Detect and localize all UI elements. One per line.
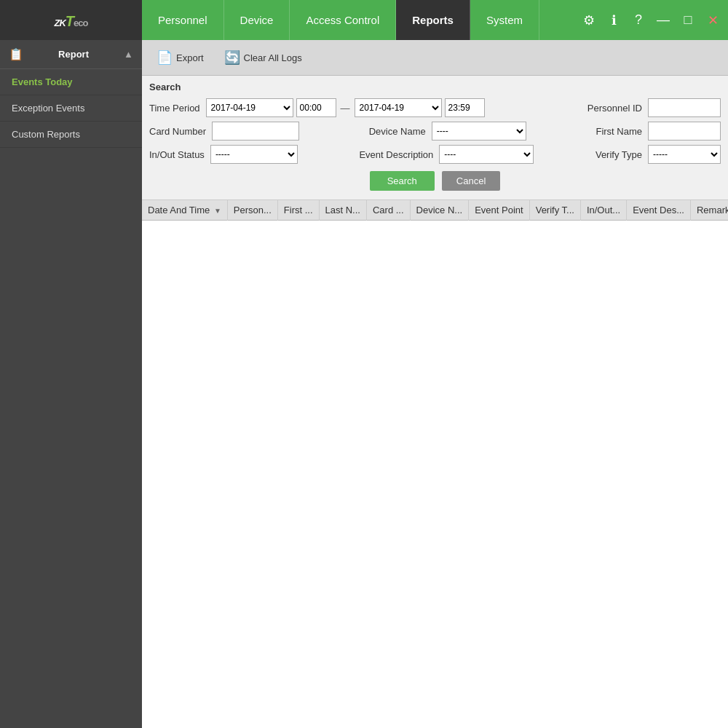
info-icon[interactable]: ℹ	[602, 9, 625, 32]
sidebar-item-events-today[interactable]: Events Today	[0, 69, 142, 95]
search-actions: Search Cancel	[149, 171, 721, 191]
verify-type-select[interactable]: ----- Card Fingerprint Password	[648, 145, 721, 164]
device-name-select[interactable]: ----	[432, 122, 526, 141]
clear-logs-icon: 🔄	[224, 50, 240, 66]
export-button[interactable]: 📄 Export	[149, 46, 211, 69]
time-separator: —	[339, 103, 352, 114]
sidebar-item-exception-events[interactable]: Exception Events	[0, 95, 142, 122]
table-header-row: Date And Time ▼ Person... First ... Last…	[142, 200, 728, 221]
export-label: Export	[176, 52, 204, 63]
date-to-select[interactable]: 2017-04-19	[355, 98, 442, 117]
col-event-point[interactable]: Event Point	[469, 200, 530, 221]
col-first[interactable]: First ...	[277, 200, 319, 221]
nav-system[interactable]: System	[470, 0, 539, 40]
sidebar-header: 📋 Report ▲	[0, 40, 142, 69]
sidebar: 📋 Report ▲ Events Today Exception Events…	[0, 40, 142, 728]
personnel-id-input[interactable]	[648, 98, 721, 117]
data-table: Date And Time ▼ Person... First ... Last…	[142, 200, 728, 221]
col-date-time[interactable]: Date And Time ▼	[142, 200, 227, 221]
col-remarks[interactable]: Remarks	[690, 200, 728, 221]
main-layout: 📋 Report ▲ Events Today Exception Events…	[0, 40, 728, 728]
help-icon[interactable]: ?	[627, 9, 650, 32]
first-name-label: First Name	[596, 126, 642, 137]
content-area: 📄 Export 🔄 Clear All Logs Search Time Pe…	[142, 40, 728, 728]
time-period-label: Time Period	[149, 103, 200, 114]
logo: ZKTeco	[55, 9, 88, 31]
event-desc-label: Event Description	[359, 149, 433, 160]
export-icon: 📄	[157, 50, 173, 66]
card-number-label: Card Number	[149, 126, 206, 137]
maximize-icon[interactable]: □	[676, 9, 700, 32]
first-name-input[interactable]	[648, 122, 721, 141]
table-area[interactable]: Date And Time ▼ Person... First ... Last…	[142, 200, 728, 728]
nav-menu: Personnel Device Access Control Reports …	[142, 0, 728, 40]
cancel-button[interactable]: Cancel	[442, 171, 500, 191]
clear-logs-label: Clear All Logs	[244, 52, 302, 63]
verify-type-label: Verify Type	[596, 149, 642, 160]
top-bar: ZKTeco Personnel Device Access Control R…	[0, 0, 728, 40]
close-icon[interactable]: ✕	[701, 9, 724, 32]
device-name-label: Device Name	[369, 126, 426, 137]
time-from-input[interactable]	[296, 98, 336, 117]
in-out-label: In/Out Status	[149, 149, 205, 160]
nav-access-control[interactable]: Access Control	[290, 0, 396, 40]
col-card[interactable]: Card ...	[366, 200, 410, 221]
sidebar-report-icon: 📋	[9, 47, 23, 61]
nav-reports[interactable]: Reports	[396, 0, 470, 40]
sidebar-title: Report	[58, 49, 89, 60]
event-desc-select[interactable]: ---- Normal Alarm	[439, 145, 534, 164]
col-last[interactable]: Last N...	[319, 200, 366, 221]
settings-icon[interactable]: ⚙	[577, 9, 601, 32]
in-out-select[interactable]: ----- In Out	[210, 145, 298, 164]
time-period-row: 2017-04-19 — 2017-04-19	[206, 98, 485, 117]
col-in-out[interactable]: In/Out...	[580, 200, 626, 221]
sidebar-collapse-btn[interactable]: ▲	[124, 49, 133, 60]
logo-area: ZKTeco	[0, 0, 142, 40]
toolbar: 📄 Export 🔄 Clear All Logs	[142, 40, 728, 76]
sidebar-item-custom-reports[interactable]: Custom Reports	[0, 122, 142, 148]
clear-logs-button[interactable]: 🔄 Clear All Logs	[217, 46, 309, 69]
nav-icons: ⚙ ℹ ? — □ ✕	[577, 0, 728, 40]
date-from-select[interactable]: 2017-04-19	[206, 98, 293, 117]
col-event-desc[interactable]: Event Des...	[627, 200, 691, 221]
nav-device[interactable]: Device	[224, 0, 290, 40]
card-number-input[interactable]	[212, 122, 299, 141]
search-title: Search	[149, 82, 721, 92]
search-button[interactable]: Search	[370, 171, 435, 191]
search-panel: Search Time Period 2017-04-19 — 2017-04-…	[142, 76, 728, 200]
time-to-input[interactable]	[445, 98, 485, 117]
nav-personnel[interactable]: Personnel	[142, 0, 224, 40]
col-device[interactable]: Device N...	[410, 200, 469, 221]
minimize-icon[interactable]: —	[652, 9, 675, 32]
sort-arrow-date: ▼	[214, 207, 221, 215]
personnel-id-label: Personnel ID	[587, 103, 642, 114]
col-verify[interactable]: Verify T...	[529, 200, 580, 221]
col-person[interactable]: Person...	[227, 200, 277, 221]
